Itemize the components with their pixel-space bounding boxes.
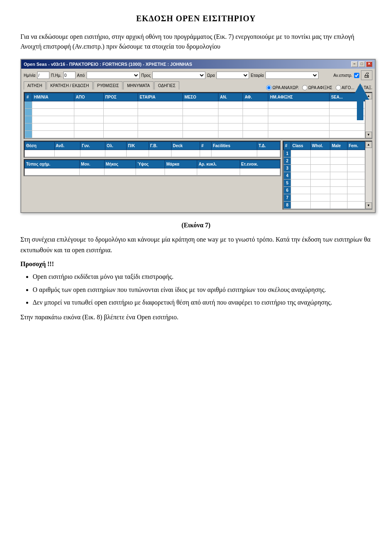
toolbar-row-1: Ημ/νία Π.Ημ. Από Προς Ωρα Εταιρία Αν.επι… — [24, 70, 372, 80]
arrow-indicator — [351, 83, 369, 122]
window-body: Ημ/νία Π.Ημ. Από Προς Ωρα Εταιρία Αν.επι… — [21, 69, 375, 212]
bottom-section: Θέση Ανδ. Γυν. Ολ. Π/Κ Γ.Β. Deck # Facil… — [24, 141, 372, 210]
vehicle-table-container: Τύπος οχήμ. Μον. Μήκος Ύψος Μάρκα Αρ. κυ… — [24, 159, 281, 176]
table-row[interactable] — [25, 150, 280, 157]
main-table: # ΗΜ/ΝΙΑ ΑΠΟ ΠΡΟΣ ΕΤΑΙΡΙΑ ΜΕΣΟ ΑΝ. ΑΦ. Η… — [24, 93, 365, 138]
class-row-6[interactable]: 6 — [284, 187, 365, 194]
minimize-button[interactable]: − — [351, 61, 358, 67]
bullet-1: Open εισιτήριο εκδίδεται μόνο για ταξίδι… — [33, 271, 372, 282]
class-row-1[interactable]: 1 — [284, 150, 365, 157]
bottom-left-panel: Θέση Ανδ. Γυν. Ολ. Π/Κ Γ.Β. Deck # Facil… — [24, 141, 281, 210]
main-table-container: # ΗΜ/ΝΙΑ ΑΠΟ ΠΡΟΣ ΕΤΑΙΡΙΑ ΜΕΣΟ ΑΝ. ΑΦ. Η… — [24, 92, 372, 139]
col-et-enoik: Ετ.ενοικ. — [240, 160, 280, 168]
date-input[interactable] — [37, 72, 49, 79]
printer-icon[interactable]: 🖨 — [361, 70, 372, 80]
col-pros: ΠΡΟΣ — [103, 93, 138, 101]
class-row-3[interactable]: 3 — [284, 165, 365, 172]
col-gb: Γ.Β. — [149, 142, 172, 150]
col-meso: ΜΕΣΟ — [183, 93, 218, 101]
application-window: Open Seas - v03r16 - ΠΡΑΚΤΟΡΕΙΟ : FORTHC… — [20, 59, 376, 213]
tab-mhnyma[interactable]: ΜΗΝΥΜΑΤΑ — [123, 81, 154, 90]
avep-checkbox[interactable] — [354, 73, 359, 78]
col-fem: Fem. — [347, 142, 365, 150]
radio-ora-anaxor[interactable]: ΩΡΑ ΑΝΑΧΩΡ. — [266, 85, 299, 91]
col-etairia: ΕΤΑΙΡΙΑ — [138, 93, 183, 101]
seat-table: Θέση Ανδ. Γυν. Ολ. Π/Κ Γ.Β. Deck # Facil… — [24, 141, 280, 157]
page-title: ΕΚΔΟΣΗ ΟΡΕΝ ΕΙΣΙΤΗΡΙΟΥ — [20, 12, 372, 25]
col-hash: # — [25, 93, 32, 101]
bullet-3: Δεν μπορεί να τυπωθεί open εισιτήριο με … — [33, 297, 372, 308]
col-class: Class — [291, 142, 311, 150]
col-af: ΑΦ. — [243, 93, 268, 101]
col-ypsos: Ύψος — [136, 160, 165, 168]
table-row[interactable] — [25, 109, 365, 116]
pim-input[interactable] — [63, 72, 76, 79]
table-row[interactable] — [25, 101, 365, 109]
table-row[interactable] — [25, 116, 365, 123]
intro-paragraph: Για να εκδώσουμε open εισιτήριο, στην αρ… — [20, 32, 372, 52]
col-facilities: Facilities — [212, 142, 257, 150]
col-td: Τ.Δ. — [257, 142, 280, 150]
col-deck: Deck — [172, 142, 200, 150]
maximize-button[interactable]: □ — [359, 61, 365, 67]
class-scroll-down[interactable]: ▼ — [365, 202, 372, 209]
vehicle-table: Τύπος οχήμ. Μον. Μήκος Ύψος Μάρκα Αρ. κυ… — [24, 160, 280, 175]
tab-krathsh[interactable]: ΚΡΑΤΗΣΗ / ΕΚΔΟΣΗ — [47, 81, 93, 90]
class-row-5[interactable]: 5 — [284, 179, 365, 187]
col-ol: Ολ. — [105, 142, 127, 150]
class-table: # Class Whol. Male Fem. 1 2 3 4 — [283, 141, 365, 209]
tab-odhgies[interactable]: ΟΔΗΓΙΕΣ — [154, 81, 179, 90]
class-table-header: # Class Whol. Male Fem. — [284, 142, 365, 150]
apo-select[interactable] — [87, 72, 140, 79]
svg-marker-0 — [351, 83, 369, 120]
vehicle-table-header: Τύπος οχήμ. Μον. Μήκος Ύψος Μάρκα Αρ. κυ… — [25, 160, 280, 168]
table-row[interactable] — [25, 123, 365, 131]
class-row-8[interactable]: 8 — [284, 202, 365, 209]
pros-select[interactable] — [152, 72, 205, 79]
class-scroll-up[interactable]: ▲ — [365, 141, 372, 148]
col-marka: Μάρκα — [165, 160, 197, 168]
seat-table-header: Θέση Ανδ. Γυν. Ολ. Π/Κ Γ.Β. Deck # Facil… — [25, 142, 280, 150]
class-row-2[interactable]: 2 — [284, 157, 365, 165]
col-typos: Τύπος οχήμ. — [25, 160, 80, 168]
class-table-container: # Class Whol. Male Fem. 1 2 3 4 — [283, 141, 372, 210]
col-ar-kykl: Αρ. κυκλ. — [197, 160, 240, 168]
col-hmafixis: ΗΜ.ΑΦΙΞΗΣ — [268, 93, 330, 101]
col-hmnia: ΗΜ/ΝΙΑ — [32, 93, 74, 101]
label-date: Ημ/νία — [24, 72, 36, 78]
col-hash3: # — [284, 142, 291, 150]
image-caption: (Εικόνα 7) — [20, 220, 372, 230]
label-pim: Π.Ημ. — [51, 72, 62, 78]
bottom-right-panel: # Class Whol. Male Fem. 1 2 3 4 — [283, 141, 372, 210]
etairia-select[interactable] — [265, 72, 318, 79]
bullet-list: Open εισιτήριο εκδίδεται μόνο για ταξίδι… — [33, 271, 372, 308]
col-mhkos: Μήκος — [104, 160, 136, 168]
col-thesh: Θέση — [25, 142, 55, 150]
close-button[interactable]: ✕ — [366, 61, 372, 67]
label-ora: Ωρα — [207, 72, 215, 78]
class-row-4[interactable]: 4 — [284, 172, 365, 179]
class-table-scrollbar[interactable]: ▲ ▼ — [365, 141, 372, 209]
class-row-7[interactable]: 7 — [284, 194, 365, 202]
col-whol: Whol. — [310, 142, 330, 150]
scroll-down-arrow[interactable]: ▼ — [365, 132, 372, 138]
table-row[interactable] — [25, 168, 280, 175]
ora-select[interactable] — [216, 72, 249, 79]
col-apo: ΑΠΟ — [74, 93, 103, 101]
col-hash2: # — [200, 142, 211, 150]
table-row[interactable] — [25, 131, 365, 138]
col-pk: Π/Κ — [127, 142, 149, 150]
seat-table-container: Θέση Ανδ. Γυν. Ολ. Π/Κ Γ.Β. Deck # Facil… — [24, 141, 281, 158]
bullet-2: Ο αριθμός των open εισιτηρίων που τυπώνο… — [33, 285, 372, 295]
radio-ora-afixis[interactable]: ΩΡΑ ΑΦΙΞΗΣ — [302, 85, 332, 91]
main-table-header: # ΗΜ/ΝΙΑ ΑΠΟ ΠΡΟΣ ΕΤΑΙΡΙΑ ΜΕΣΟ ΑΝ. ΑΦ. Η… — [25, 93, 365, 101]
col-an: ΑΝ. — [218, 93, 243, 101]
tab-aithsh[interactable]: ΑΙΤΗΣΗ — [24, 81, 46, 90]
titlebar-buttons: − □ ✕ — [351, 61, 372, 67]
label-etairia: Εταιρία — [251, 72, 264, 78]
titlebar-title: Open Seas - v03r16 - ΠΡΑΚΤΟΡΕΙΟ : FORTHC… — [24, 61, 192, 68]
section2-para2: Στην παρακάτω εικόνα (Εικ. 8) βλέπετε έν… — [20, 312, 372, 323]
tabs-row: ΑΙΤΗΣΗ ΚΡΑΤΗΣΗ / ΕΚΔΟΣΗ ΡΥΘΜΙΣΕΙΣ ΜΗΝΥΜΑ… — [24, 81, 179, 90]
section2-heading: Προσοχή !!! — [20, 259, 372, 269]
tab-rythmiseis[interactable]: ΡΥΘΜΙΣΕΙΣ — [94, 81, 122, 90]
